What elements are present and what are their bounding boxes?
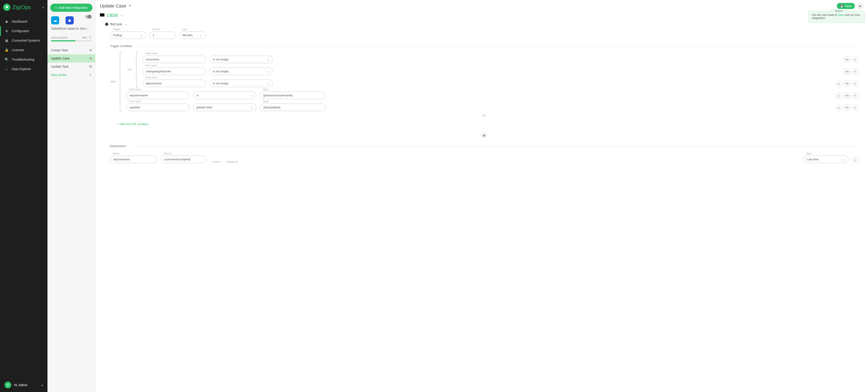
toast-prefix: You are now ready to [812, 13, 838, 17]
select-value: is [196, 94, 198, 97]
select-value: Minutes [182, 33, 193, 37]
toast-save-word: Save [838, 13, 844, 17]
interval-input[interactable] [149, 31, 176, 39]
logo-icon [3, 4, 10, 11]
expr-pattern-label: Pattern [213, 160, 220, 163]
status-dot-icon [90, 57, 92, 59]
jira-icon: ◆ [66, 16, 74, 24]
integration-toggle[interactable] [85, 15, 92, 18]
or-chip[interactable]: OR [843, 57, 851, 63]
operator-select[interactable]: is not empty⌄ [209, 56, 273, 63]
field-name-input[interactable] [143, 80, 206, 87]
action-update-task[interactable]: Update Task [48, 62, 95, 70]
new-action-label: New action [51, 73, 67, 77]
toast-message: Source You are now ready to Save and run… [808, 11, 865, 23]
user-label: Hi, Admin [14, 383, 39, 387]
operator-select[interactable]: is not empty⌄ [209, 68, 273, 75]
remove-chip[interactable]: X [852, 93, 858, 99]
field-name-label: Field name [145, 76, 206, 79]
button-label: Add New Integration [59, 6, 88, 9]
section-trigger-condition: Trigger Condition [110, 43, 858, 49]
remove-chip[interactable]: X [852, 81, 858, 87]
interval-label: Interval [152, 28, 176, 31]
remove-chip[interactable]: X [852, 69, 858, 74]
expr-type-label: Type [806, 152, 848, 155]
field-name-input[interactable] [143, 68, 206, 75]
add-condition-button[interactable]: ⊕ [481, 132, 487, 138]
toast-tab: Source [831, 9, 846, 13]
status-dot-icon [90, 66, 92, 67]
page-title: Update Case [100, 3, 126, 9]
value-input[interactable] [260, 92, 326, 99]
select-value: is not empty [213, 82, 228, 85]
sidebar-item-data-explorer[interactable]: ⌕ Data Explorer [0, 64, 48, 74]
sidebar: ZigiOps « ◉ Dashboard ⚙ Configurator ▦ C… [0, 0, 48, 392]
or-label: OR [127, 68, 131, 71]
select-value: Polling [113, 33, 122, 37]
expr-name-input[interactable] [110, 156, 157, 163]
sidebar-item-label: Configurator [12, 29, 29, 33]
or-chip[interactable]: OR [843, 69, 851, 74]
chevron-down-icon[interactable]: ⌄ [125, 22, 127, 26]
sidebar-item-connected-systems[interactable]: ▦ Connected Systems [0, 36, 48, 45]
or-chip[interactable]: OR [843, 81, 851, 87]
field-name-input[interactable] [143, 56, 206, 63]
user-menu[interactable]: Hi, Admin ▴ [0, 378, 48, 392]
chevron-down-icon[interactable]: ⌄ [121, 13, 123, 17]
or-chip[interactable]: OR [843, 93, 851, 99]
action-create-task[interactable]: Create Task [48, 46, 95, 54]
run-button[interactable]: ▶ [857, 3, 864, 9]
sidebar-item-label: Connected Systems [12, 39, 40, 42]
dashboard-icon: ◉ [4, 20, 8, 24]
expr-type-select[interactable]: Last time⌄ [803, 156, 848, 163]
operator-select[interactable]: is⌄ [193, 92, 256, 99]
and-chip[interactable]: & [836, 105, 842, 111]
expr-additional-label: Additional [227, 160, 238, 163]
value-input[interactable] [260, 103, 326, 111]
chevron-down-icon: ⌄ [267, 58, 269, 61]
operator-select[interactable]: greater than⌄ [193, 103, 256, 111]
sidebar-item-label: Troubleshooting [12, 58, 34, 61]
remove-chip[interactable]: X [852, 105, 858, 111]
edit-icon[interactable]: ✎ [129, 4, 131, 8]
select-value: is not empty [213, 58, 228, 61]
and-chip[interactable]: & [836, 81, 842, 87]
trigger-select[interactable]: Polling ⌄ [110, 31, 146, 39]
play-icon: ▶ [859, 4, 862, 8]
sidebar-item-configurator[interactable]: ⚙ Configurator [0, 26, 48, 36]
divider-or: OR [110, 114, 858, 117]
progress-bar [51, 40, 92, 41]
sidebar-item-licenses[interactable]: 🔒 Licenses [0, 45, 48, 55]
integration-card[interactable]: ☁ ‹› ◆ Salesforce cases to Jira t... [48, 16, 95, 36]
field-name-input[interactable] [126, 92, 189, 99]
add-new-integration-button[interactable]: + Add New Integration [50, 4, 92, 12]
new-action-button[interactable]: New action + [48, 70, 95, 79]
action-update-case[interactable]: Update Case [48, 54, 95, 62]
main-content: Update Case ✎ 💾 Save ▶ Source You are no… [95, 0, 868, 392]
expr-source-label: Source [164, 152, 206, 155]
progress-value: 60% [82, 36, 87, 39]
entity-icon [100, 13, 104, 17]
chevron-down-icon: ⌄ [250, 105, 253, 109]
chevron-down-icon: ⌄ [140, 33, 143, 37]
expr-source-input[interactable] [161, 156, 206, 163]
trigger-label: Trigger [113, 28, 146, 31]
sub-entity-label: fbd.task [110, 22, 122, 26]
collapse-icon[interactable]: « [42, 5, 44, 10]
save-button[interactable]: 💾 Save [837, 3, 855, 9]
operator-select[interactable]: is not empty⌄ [209, 80, 273, 87]
remove-chip[interactable]: X [852, 157, 858, 163]
add-or-condition-button[interactable]: + Add new OR condition [110, 120, 149, 130]
value-label: Value [263, 88, 326, 91]
remove-chip[interactable]: X [852, 57, 858, 63]
sidebar-item-dashboard[interactable]: ◉ Dashboard [0, 17, 48, 26]
interval-field[interactable] [153, 33, 173, 37]
select-value: greater than [196, 105, 212, 109]
type-select[interactable]: Minutes ⌄ [179, 31, 206, 39]
sidebar-item-troubleshooting[interactable]: 🔍 Troubleshooting [0, 55, 48, 64]
or-chip[interactable]: OR [843, 105, 851, 111]
info-icon[interactable]: i [89, 36, 92, 39]
field-name-input[interactable] [126, 103, 189, 111]
and-chip[interactable]: & [836, 93, 842, 99]
action-label: Create Task [51, 49, 68, 52]
